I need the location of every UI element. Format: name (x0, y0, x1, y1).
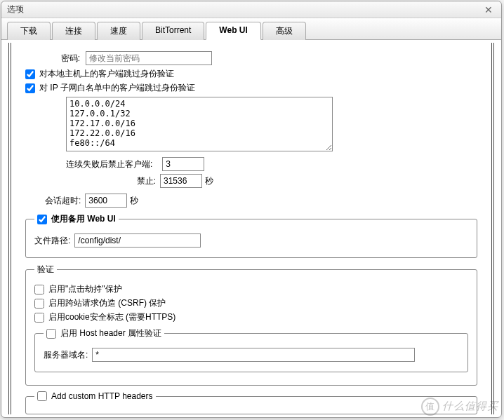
csrf-checkbox[interactable] (34, 299, 44, 309)
session-timeout-suffix: 秒 (130, 195, 138, 207)
tab-bar: 下载 连接 速度 BitTorrent Web UI 高级 (1, 18, 501, 40)
secure-cookie-label: 启用cookie安全标志 (需要HTTPS) (48, 311, 175, 323)
bypass-local-checkbox[interactable] (25, 69, 35, 79)
session-timeout-input[interactable] (85, 194, 127, 208)
server-domain-input[interactable] (92, 348, 415, 362)
ip-whitelist-textarea[interactable] (66, 97, 333, 151)
alt-webui-fieldset: 使用备用 Web UI 文件路径: (25, 213, 477, 258)
host-header-label: 启用 Host header 属性验证 (60, 327, 161, 339)
security-fieldset: 验证 启用"点击劫持"保护 启用跨站请求伪造 (CSRF) 保护 启用cooki… (25, 264, 477, 386)
secure-cookie-checkbox[interactable] (34, 313, 44, 323)
bypass-local-label: 对本地主机上的客户端跳过身份验证 (39, 68, 174, 80)
tab-webui[interactable]: Web UI (206, 22, 260, 40)
security-legend: 验证 (34, 264, 57, 276)
content-area: 密码: 对本地主机上的客户端跳过身份验证 对 IP 子网白名单中的客户端跳过身份… (8, 43, 494, 414)
path-label: 文件路径: (34, 235, 70, 247)
tab-speed[interactable]: 速度 (97, 22, 140, 40)
titlebar: 选项 ✕ (1, 1, 501, 18)
custom-headers-checkbox[interactable] (37, 391, 47, 401)
path-input[interactable] (74, 233, 201, 248)
custom-headers-label: Add custom HTTP headers (51, 391, 153, 401)
tab-advanced[interactable]: 高级 (263, 22, 306, 40)
tab-bittorrent[interactable]: BitTorrent (142, 22, 204, 40)
csrf-label: 启用跨站请求伪造 (CSRF) 保护 (48, 297, 166, 309)
bypass-whitelist-checkbox[interactable] (25, 83, 35, 93)
ban-for-input[interactable] (160, 174, 202, 188)
alt-webui-label: 使用备用 Web UI (51, 213, 116, 225)
dialog-title: 选项 (7, 4, 24, 15)
alt-webui-checkbox[interactable] (37, 215, 47, 224)
bypass-whitelist-label: 对 IP 子网白名单中的客户端跳过身份验证 (39, 82, 195, 94)
options-dialog: 选项 ✕ 下载 连接 速度 BitTorrent Web UI 高级 密码: 对… (1, 1, 502, 418)
host-header-fieldset: 启用 Host header 属性验证 服务器域名: (34, 327, 468, 372)
clickjacking-checkbox[interactable] (34, 285, 44, 294)
host-header-checkbox[interactable] (46, 329, 56, 339)
ban-after-input[interactable] (162, 157, 204, 171)
custom-headers-fieldset: Add custom HTTP headers (25, 391, 477, 414)
clickjacking-label: 启用"点击劫持"保护 (48, 283, 122, 295)
session-timeout-label: 会话超时: (45, 195, 81, 207)
ban-after-label: 连续失败后禁止客户端: (66, 158, 152, 170)
ban-for-label: 禁止: (66, 175, 156, 187)
password-input[interactable] (86, 51, 212, 65)
tab-connection[interactable]: 连接 (52, 22, 95, 40)
tab-download[interactable]: 下载 (7, 22, 51, 40)
close-icon[interactable]: ✕ (482, 4, 496, 15)
server-domain-label: 服务器域名: (44, 349, 88, 361)
password-label: 密码: (45, 53, 80, 65)
ban-for-suffix: 秒 (205, 175, 213, 187)
